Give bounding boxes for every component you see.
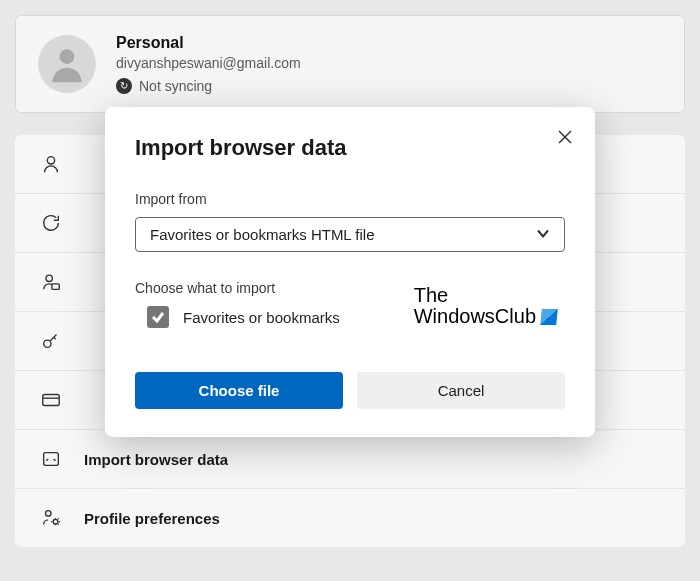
- chevron-down-icon: [536, 226, 550, 243]
- choose-file-button[interactable]: Choose file: [135, 372, 343, 409]
- cancel-button[interactable]: Cancel: [357, 372, 565, 409]
- import-dialog: Import browser data Import from Favorite…: [105, 107, 595, 437]
- dialog-button-row: Choose file Cancel: [135, 372, 565, 409]
- favorites-checkbox[interactable]: [147, 306, 169, 328]
- import-from-select[interactable]: Favorites or bookmarks HTML file: [135, 217, 565, 252]
- modal-overlay: Import browser data Import from Favorite…: [0, 0, 700, 581]
- checkbox-label: Favorites or bookmarks: [183, 309, 340, 326]
- checkbox-row: Favorites or bookmarks: [135, 306, 565, 328]
- import-from-label: Import from: [135, 191, 565, 207]
- choose-import-label: Choose what to import: [135, 280, 565, 296]
- select-value: Favorites or bookmarks HTML file: [150, 226, 375, 243]
- close-button[interactable]: [553, 125, 577, 149]
- dialog-title: Import browser data: [135, 135, 565, 161]
